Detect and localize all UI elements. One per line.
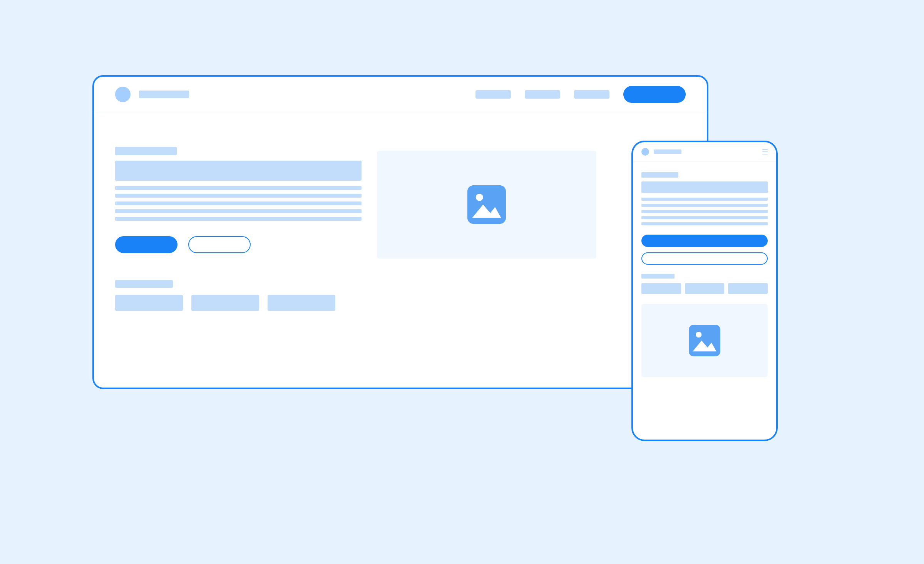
chip[interactable] bbox=[641, 283, 681, 294]
nav-item[interactable] bbox=[574, 90, 609, 99]
svg-point-1 bbox=[476, 194, 483, 201]
text-line bbox=[115, 217, 362, 221]
text-line bbox=[641, 210, 768, 213]
chip[interactable] bbox=[115, 295, 183, 311]
logo-mark[interactable] bbox=[115, 87, 131, 102]
chip[interactable] bbox=[268, 295, 335, 311]
hero-subheading bbox=[115, 280, 173, 288]
text-line bbox=[641, 204, 768, 207]
primary-button[interactable] bbox=[115, 236, 177, 253]
chip[interactable] bbox=[728, 283, 768, 294]
hero-media-panel bbox=[377, 151, 596, 258]
text-line bbox=[115, 201, 362, 205]
text-line bbox=[641, 216, 768, 219]
hero-subheading bbox=[641, 274, 675, 279]
brand-name-placeholder bbox=[654, 149, 681, 154]
svg-point-3 bbox=[696, 332, 701, 337]
hero-eyebrow bbox=[641, 172, 678, 178]
hero-title bbox=[115, 161, 362, 181]
nav-item[interactable] bbox=[475, 90, 511, 99]
svg-rect-2 bbox=[689, 325, 720, 356]
nav-item[interactable] bbox=[525, 90, 560, 99]
hero-title bbox=[641, 181, 768, 193]
desktop-nav bbox=[475, 86, 686, 103]
hero-button-row bbox=[115, 236, 362, 253]
image-icon bbox=[467, 185, 506, 224]
brand-name-placeholder bbox=[139, 91, 189, 98]
mobile-hero bbox=[633, 161, 776, 377]
logo-mark[interactable] bbox=[641, 148, 649, 156]
desktop-frame bbox=[92, 75, 708, 389]
header-cta-button[interactable] bbox=[623, 86, 686, 103]
hero-eyebrow bbox=[115, 147, 177, 155]
hero-paragraph bbox=[641, 198, 768, 225]
image-icon bbox=[689, 325, 720, 356]
text-line bbox=[115, 209, 362, 213]
secondary-button[interactable] bbox=[188, 236, 251, 253]
hero-media-panel bbox=[641, 304, 768, 377]
hero-chip-row bbox=[115, 295, 362, 311]
desktop-header bbox=[94, 77, 707, 112]
mobile-header bbox=[633, 142, 776, 161]
chip[interactable] bbox=[191, 295, 259, 311]
text-line bbox=[115, 186, 362, 190]
chip[interactable] bbox=[685, 283, 725, 294]
secondary-button[interactable] bbox=[641, 252, 768, 265]
hero-paragraph bbox=[115, 186, 362, 221]
hamburger-icon[interactable] bbox=[762, 149, 768, 154]
hero-chip-row bbox=[641, 283, 768, 294]
svg-rect-0 bbox=[467, 185, 506, 224]
text-line bbox=[641, 198, 768, 201]
mobile-frame bbox=[631, 141, 778, 441]
text-line bbox=[115, 194, 362, 198]
text-line bbox=[641, 222, 768, 225]
primary-button[interactable] bbox=[641, 235, 768, 247]
hero-text-column bbox=[115, 147, 362, 311]
desktop-hero bbox=[94, 112, 707, 311]
